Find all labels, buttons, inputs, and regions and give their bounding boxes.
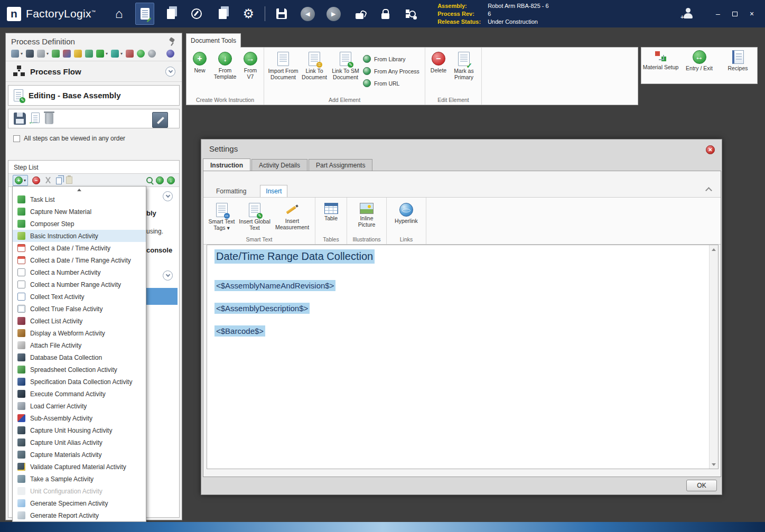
zoom-icon[interactable] — [146, 177, 153, 183]
users-icon[interactable] — [63, 50, 71, 58]
insert-measurement-button[interactable]: Insert Measurement — [273, 200, 311, 230]
collapse-ribbon-icon[interactable] — [705, 187, 712, 194]
link-to-sm-document-button[interactable]: ✎Link To SM Document — [330, 50, 361, 80]
delete-element-button[interactable]: –Delete — [429, 50, 448, 74]
menu-item[interactable]: Take a Sample Activity — [13, 473, 146, 485]
move-up-button[interactable]: ↑ — [156, 176, 164, 184]
menu-item[interactable]: Collect Text Activity — [13, 291, 146, 303]
menu-item[interactable]: Sub-Assembly Activity — [13, 412, 146, 424]
menu-item[interactable]: Capture New Material — [13, 206, 146, 218]
pause-icon[interactable] — [148, 50, 156, 58]
tools-icon[interactable] — [11, 50, 19, 58]
add-step-button[interactable]: +▾ — [13, 175, 28, 186]
collapse-step-icon[interactable] — [163, 191, 173, 201]
menu-item[interactable]: Load Carrier Activity — [13, 400, 146, 412]
menu-item[interactable]: Collect a Number Activity — [13, 266, 146, 278]
collapse-step-icon[interactable] — [163, 270, 173, 281]
copy-icon[interactable] — [56, 178, 62, 184]
paste-icon[interactable] — [66, 176, 72, 184]
collapse-process-flow-icon[interactable] — [165, 67, 175, 77]
user-add-icon[interactable]: + — [682, 7, 695, 20]
any-order-checkbox[interactable] — [13, 135, 20, 142]
from-any-process-button[interactable]: From Any Process — [363, 66, 421, 77]
unlock-icon[interactable] — [350, 3, 369, 25]
lock-icon[interactable] — [376, 3, 395, 25]
from-url-button[interactable]: From URL — [363, 78, 421, 89]
key-user-icon[interactable] — [74, 50, 82, 58]
entry-exit-button[interactable]: ↔Entry / Exit — [682, 50, 717, 72]
edit-mode-button[interactable] — [152, 112, 168, 128]
settings-close-icon[interactable]: ✕ — [706, 145, 715, 154]
insert-global-text-button[interactable]: ✎Insert Global Text — [238, 200, 271, 231]
table-button[interactable]: Table — [319, 200, 343, 222]
save-step-icon[interactable] — [14, 113, 26, 125]
work-instructions-icon[interactable] — [135, 3, 154, 25]
menu-item[interactable]: Collect a Date / Time Range Activity — [13, 254, 146, 266]
remove-step-button[interactable]: – — [32, 176, 40, 184]
mark-as-primary-button[interactable]: ✓Mark as Primary — [450, 50, 478, 80]
print-icon[interactable] — [37, 50, 45, 58]
pin-icon[interactable] — [169, 38, 175, 46]
menu-item[interactable]: Task List — [13, 193, 146, 206]
navigator-icon[interactable] — [187, 3, 206, 25]
menu-item[interactable]: Collect a Number Range Activity — [13, 278, 146, 291]
menu-item[interactable]: Display a Webform Activity — [13, 327, 146, 339]
back-icon[interactable]: ◀ — [298, 3, 317, 25]
recipes-button[interactable]: Recipes — [720, 50, 756, 72]
status-icon[interactable] — [126, 50, 134, 58]
menu-item[interactable]: Collect List Activity — [13, 315, 146, 327]
selected-step-row[interactable] — [146, 288, 178, 305]
tag-icon[interactable] — [111, 50, 119, 58]
menu-item[interactable]: Composer Step — [13, 218, 146, 230]
tab-activity-details[interactable]: Activity Details — [251, 159, 307, 171]
scroll-up-icon[interactable] — [710, 245, 718, 254]
inline-picture-button[interactable]: Inline Picture — [351, 200, 382, 228]
from-template-button[interactable]: ↓From Template — [211, 50, 239, 80]
tab-instruction[interactable]: Instruction — [203, 158, 250, 171]
menu-item[interactable]: Validate Captured Material Activity — [13, 461, 146, 473]
smart-text-tags-button[interactable]: ‹›Smart Text Tags ▾ — [207, 200, 236, 231]
menu-item[interactable]: Specification Data Collection Activity — [13, 376, 146, 388]
menu-item[interactable]: Generate Specimen Activity — [13, 497, 146, 509]
tab-part-assignments[interactable]: Part Assignments — [309, 159, 372, 171]
documents-icon[interactable] — [213, 3, 232, 25]
user-green-icon[interactable] — [85, 50, 93, 58]
scroll-down-icon[interactable] — [710, 460, 718, 469]
forward-icon[interactable]: ▶ — [324, 3, 343, 25]
from-v7-button[interactable]: →From V7 — [241, 50, 260, 80]
close-button[interactable]: × — [746, 8, 758, 20]
home-icon[interactable]: ⌂ — [109, 3, 128, 25]
go-icon[interactable] — [137, 50, 145, 58]
tab-insert[interactable]: Insert — [260, 185, 287, 197]
settings-gear-icon[interactable]: ⚙ — [239, 3, 258, 25]
menu-item[interactable]: Basic Instruction Activity — [13, 230, 146, 242]
maximize-button[interactable] — [729, 8, 741, 20]
instruction-editor[interactable]: Date/Time Range Data Collection <$Assemb… — [207, 245, 719, 469]
move-down-button[interactable]: ↓ — [167, 176, 175, 184]
from-library-button[interactable]: From Library — [363, 53, 421, 64]
new-button[interactable]: +New — [190, 50, 209, 74]
menu-item[interactable]: Capture Unit Housing Activity — [13, 424, 146, 436]
process-stack-icon[interactable] — [161, 3, 180, 25]
sync-icon[interactable] — [52, 50, 60, 58]
link-to-document-button[interactable]: ⚿Link To Document — [301, 50, 328, 80]
menu-item[interactable]: Collect True False Activity — [13, 303, 146, 315]
menu-item[interactable]: Database Data Collection — [13, 351, 146, 363]
flag-icon[interactable] — [96, 50, 104, 58]
menu-item[interactable]: Capture Unit Alias Activity — [13, 436, 146, 449]
hyperlink-button[interactable]: Hyperlink — [390, 200, 422, 225]
editor-scrollbar[interactable] — [709, 245, 718, 469]
menu-item[interactable]: Execute Command Activity — [13, 388, 146, 400]
find-in-tree-icon[interactable] — [402, 3, 421, 25]
tab-formatting[interactable]: Formatting — [211, 185, 251, 197]
menu-item[interactable]: Spreadsheet Collection Activity — [13, 363, 146, 376]
save-icon[interactable] — [272, 3, 291, 25]
menu-item[interactable]: Capture Materials Activity — [13, 449, 146, 461]
menu-item[interactable]: Attach File Activity — [13, 339, 146, 351]
draw-icon[interactable] — [26, 50, 34, 58]
menu-scroll-up[interactable] — [13, 186, 146, 193]
ok-button[interactable]: OK — [686, 480, 717, 491]
minimize-button[interactable]: – — [712, 8, 724, 20]
import-from-document-button[interactable]: Import From Document — [268, 50, 298, 80]
import-icon[interactable]: ← — [31, 113, 40, 125]
